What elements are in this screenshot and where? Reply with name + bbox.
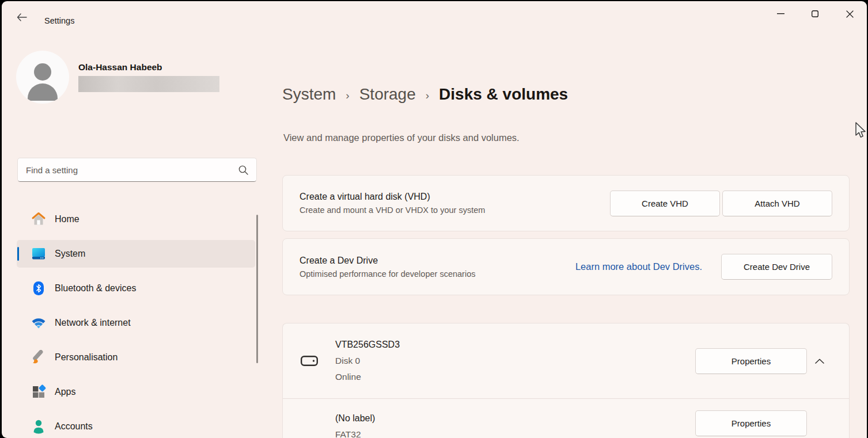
sidebar-item-accounts[interactable]: Accounts bbox=[17, 413, 255, 438]
vhd-card: Create a virtual hard disk (VHD) Create … bbox=[282, 175, 850, 231]
volume-properties-button[interactable]: Properties bbox=[695, 410, 807, 436]
user-name: Ola-Hassan Habeeb bbox=[78, 62, 219, 73]
system-icon bbox=[31, 246, 47, 262]
personalisation-icon bbox=[31, 349, 47, 365]
disk-drive-icon bbox=[300, 351, 319, 371]
breadcrumb: System › Storage › Disks & volumes bbox=[282, 85, 568, 104]
sidebar-item-system[interactable]: System bbox=[17, 240, 255, 268]
dev-drive-card-title: Create a Dev Drive bbox=[300, 256, 575, 266]
sidebar-item-apps[interactable]: Apps bbox=[17, 378, 255, 406]
close-button[interactable] bbox=[832, 1, 867, 26]
dev-drive-card-description: Optimised performance for developer scen… bbox=[300, 269, 575, 279]
apps-icon bbox=[31, 384, 47, 400]
sidebar-item-label: Personalisation bbox=[55, 352, 117, 363]
sidebar-item-label: System bbox=[55, 249, 85, 259]
dev-drive-learn-more-link[interactable]: Learn more about Dev Drives. bbox=[575, 261, 702, 272]
user-email-redacted bbox=[78, 76, 219, 92]
sidebar-item-label: Home bbox=[55, 214, 79, 224]
sidebar-scrollbar[interactable] bbox=[256, 215, 258, 363]
sidebar-item-label: Accounts bbox=[55, 421, 93, 432]
home-icon bbox=[31, 211, 47, 227]
back-button[interactable] bbox=[12, 8, 32, 26]
bluetooth-icon bbox=[31, 280, 47, 296]
avatar bbox=[16, 51, 69, 104]
sidebar-nav: Home System bbox=[17, 205, 255, 438]
disk-properties-button[interactable]: Properties bbox=[695, 348, 807, 374]
sidebar-item-personalisation[interactable]: Personalisation bbox=[17, 344, 255, 371]
app-title: Settings bbox=[44, 16, 74, 25]
minimize-icon bbox=[777, 13, 784, 14]
sidebar: Ola-Hassan Habeeb bbox=[2, 33, 267, 438]
sidebar-item-bluetooth-devices[interactable]: Bluetooth & devices bbox=[17, 275, 255, 302]
window-controls bbox=[763, 1, 867, 26]
disk-name: VTB256GSSD3 bbox=[335, 337, 695, 353]
user-profile[interactable]: Ola-Hassan Habeeb bbox=[16, 51, 219, 104]
close-icon bbox=[846, 10, 854, 18]
vhd-card-description: Create and mount a VHD or VHDX to your s… bbox=[300, 205, 610, 215]
search-box[interactable] bbox=[17, 158, 257, 182]
network-icon bbox=[31, 315, 47, 331]
breadcrumb-storage[interactable]: Storage bbox=[359, 85, 416, 104]
attach-vhd-button[interactable]: Attach VHD bbox=[722, 191, 832, 216]
create-dev-drive-button[interactable]: Create Dev Drive bbox=[721, 254, 832, 280]
disk-header-row: VTB256GSSD3 Disk 0 Online Properties bbox=[283, 323, 849, 398]
settings-window: Settings bbox=[2, 1, 867, 438]
accounts-icon bbox=[31, 418, 47, 435]
maximize-icon bbox=[812, 10, 818, 17]
breadcrumb-separator: › bbox=[346, 89, 349, 102]
disk-card: VTB256GSSD3 Disk 0 Online Properties (No bbox=[282, 323, 850, 438]
titlebar: Settings bbox=[2, 1, 867, 33]
page-subtitle: View and manage properties of your disks… bbox=[283, 132, 520, 143]
sidebar-item-label: Apps bbox=[55, 387, 75, 397]
sidebar-item-label: Network & internet bbox=[55, 318, 131, 328]
search-icon bbox=[238, 165, 248, 175]
sidebar-item-label: Bluetooth & devices bbox=[55, 283, 136, 294]
disk-number: Disk 0 bbox=[335, 353, 695, 369]
disk-status: Online bbox=[335, 369, 695, 385]
volume-label: (No label) bbox=[335, 410, 695, 426]
dev-drive-card: Create a Dev Drive Optimised performance… bbox=[282, 238, 850, 295]
back-arrow-icon bbox=[17, 13, 27, 21]
minimize-button[interactable] bbox=[763, 1, 798, 26]
main-content: System › Storage › Disks & volumes View … bbox=[267, 33, 867, 438]
page-title: Disks & volumes bbox=[439, 85, 568, 104]
breadcrumb-system[interactable]: System bbox=[282, 85, 336, 104]
sidebar-item-network-internet[interactable]: Network & internet bbox=[17, 309, 255, 337]
chevron-up-icon bbox=[815, 359, 824, 364]
maximize-button[interactable] bbox=[798, 1, 832, 26]
vhd-card-title: Create a virtual hard disk (VHD) bbox=[300, 192, 610, 202]
create-vhd-button[interactable]: Create VHD bbox=[610, 191, 720, 216]
breadcrumb-separator: › bbox=[426, 89, 429, 102]
sidebar-item-home[interactable]: Home bbox=[17, 205, 255, 233]
search-input[interactable] bbox=[18, 165, 238, 175]
volume-row: (No label) FAT32 Healthy EFI system part… bbox=[283, 399, 849, 438]
volume-filesystem: FAT32 bbox=[335, 426, 695, 438]
disk-collapse-button[interactable] bbox=[807, 348, 832, 374]
avatar-person-icon bbox=[34, 63, 51, 81]
